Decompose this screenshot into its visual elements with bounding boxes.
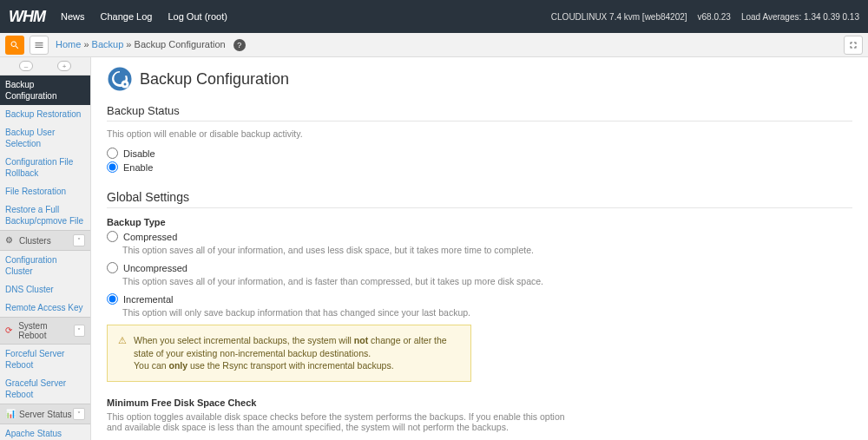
page-title-text: Backup Configuration [140,70,289,89]
heading-backup-status: Backup Status [107,104,852,121]
version-info: v68.0.23 [698,12,731,22]
desc-uncompressed: This option saves all of your informatio… [122,276,852,286]
whm-logo: WHM [9,8,45,26]
radio-disable[interactable] [107,148,118,159]
sidebar-item-forceful-reboot[interactable]: Forceful Server Reboot [0,345,90,374]
reboot-icon: ⟳ [5,325,15,336]
heading-disk-check: Minimum Free Disk Space Check [107,397,852,408]
sidebar-item-graceful-reboot[interactable]: Graceful Server Reboot [0,374,90,404]
heading-backup-type: Backup Type [107,217,852,227]
sidebar-item-file-restoration[interactable]: File Restoration [0,182,90,200]
radio-compressed[interactable] [107,231,118,242]
label-uncompressed: Uncompressed [123,263,187,273]
sidebar-head-status[interactable]: 📊Server Status˅ [0,404,90,424]
main-content[interactable]: Backup Configuration Backup Status This … [91,57,868,440]
backup-config-icon [107,66,133,92]
sidebar-item-remote-key[interactable]: Remote Access Key [0,299,90,317]
radio-incremental[interactable] [107,293,118,305]
help-icon[interactable]: ? [233,39,246,51]
load-averages: Load Averages: 1.34 0.39 0.13 [741,12,859,22]
menu-toggle[interactable] [30,36,49,55]
sidebar-item-apache[interactable]: Apache Status [0,424,90,440]
svg-point-0 [108,68,132,91]
sidebar-item-config-cluster[interactable]: Configuration Cluster [0,251,90,280]
clusters-icon: ⚙ [5,235,16,246]
sidebar-controls: – + [0,57,90,76]
crumb-backup[interactable]: Backup [92,39,124,49]
radio-enable[interactable] [107,161,118,173]
expand-icon [848,40,858,50]
sidebar-item-dns-cluster[interactable]: DNS Cluster [0,280,90,299]
label-disable: Disable [123,148,155,159]
desc-disk-check: This option toggles available disk space… [107,411,575,432]
expand-all-button[interactable]: + [57,61,71,71]
sidebar[interactable]: – + Backup Configuration Backup Restorat… [0,57,91,440]
svg-point-2 [124,83,127,86]
status-icon: 📊 [5,409,16,419]
search-button[interactable] [5,36,24,55]
sidebar-head-reboot[interactable]: ⟳System Reboot˅ [0,317,90,345]
nav-news[interactable]: News [61,11,85,22]
crumb-home[interactable]: Home [56,39,81,49]
search-icon [10,40,20,50]
sidebar-item-backup-restoration[interactable]: Backup Restoration [0,105,90,123]
label-enable: Enable [123,162,153,173]
os-info: CLOUDLINUX 7.4 kvm [web84202] [551,12,687,22]
sidebar-item-backup-user[interactable]: Backup User Selection [0,123,90,153]
page-title: Backup Configuration [107,66,852,92]
desc-incremental: This option will only save backup inform… [122,307,852,318]
chevron-down-icon[interactable]: ˅ [74,325,85,337]
heading-global: Global Settings [107,190,852,208]
nav-logout[interactable]: Log Out (root) [168,11,227,22]
nav-changelog[interactable]: Change Log [101,11,153,22]
alert-incremental: ⚠ When you select incremental backups, t… [107,325,471,382]
desc-compressed: This option saves all of your informatio… [122,245,852,255]
chevron-down-icon[interactable]: ˅ [73,408,85,420]
label-compressed: Compressed [123,232,177,242]
breadcrumb: Home » Backup » Backup Configuration ? [56,39,246,51]
menu-icon [34,40,44,50]
sidebar-head-clusters[interactable]: ⚙Clusters˅ [0,230,90,251]
crumb-current: Backup Configuration [135,39,226,49]
label-incremental: Incremental [123,294,173,305]
top-status: CLOUDLINUX 7.4 kvm [web84202] v68.0.23 L… [551,12,859,22]
sidebar-item-config-rollback[interactable]: Configuration File Rollback [0,153,90,182]
breadcrumb-bar: Home » Backup » Backup Configuration ? [0,33,868,57]
sidebar-item-backup-config[interactable]: Backup Configuration [0,76,90,105]
chevron-down-icon[interactable]: ˅ [73,234,85,246]
top-bar: WHM News Change Log Log Out (root) CLOUD… [0,0,868,33]
warning-icon: ⚠ [118,334,127,372]
desc-backup-status: This option will enable or disable backu… [107,128,852,139]
collapse-all-button[interactable]: – [19,61,33,71]
sidebar-item-restore-full[interactable]: Restore a Full Backup/cpmove File [0,200,90,230]
expand-button[interactable] [844,36,863,55]
radio-uncompressed[interactable] [107,262,118,273]
